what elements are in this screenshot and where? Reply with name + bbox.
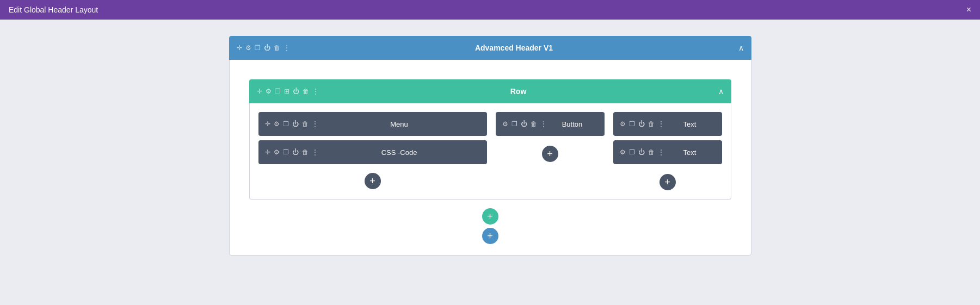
menu-settings-icon[interactable]: ⚙ [274,120,280,128]
text2-power-icon[interactable]: ⏻ [638,148,645,156]
module-menu-toolbar: ✛ ⚙ ❐ ⏻ 🗑 ⋮ [265,120,318,128]
module-text1-title: Text [664,120,716,128]
row-add-button[interactable]: + [482,208,498,225]
css-more-icon[interactable]: ⋮ [312,148,318,156]
section-title: Advamced Header V1 [290,43,738,52]
text1-trash-icon[interactable]: 🗑 [648,120,655,128]
row-settings-icon[interactable]: ⚙ [266,88,272,95]
row-title: Row [319,87,718,96]
section-body: ✛ ⚙ ❐ ⊞ ⏻ 🗑 ⋮ Row ∧ ✛ [229,60,751,256]
section-toolbar: ✛ ⚙ ❐ ⏻ 🗑 ⋮ [237,44,290,52]
btn-power-icon[interactable]: ⏻ [521,120,527,128]
row-body: ✛ ⚙ ❐ ⏻ 🗑 ⋮ Menu ✛ ⚙ [249,103,731,200]
text1-settings-icon[interactable]: ⚙ [620,120,626,128]
text2-settings-icon[interactable]: ⚙ [620,148,626,156]
row-toolbar: ✛ ⚙ ❐ ⊞ ⏻ 🗑 ⋮ [257,88,319,95]
section-add-button[interactable]: + [482,228,498,244]
text1-more-icon[interactable]: ⋮ [658,120,664,128]
module-text2-toolbar: ⚙ ❐ ⏻ 🗑 ⋮ [620,148,664,156]
section-chevron-icon[interactable]: ∧ [738,43,744,52]
module-text2-title: Text [664,148,716,157]
section-header: ✛ ⚙ ❐ ⏻ 🗑 ⋮ Advamced Header V1 ∧ [229,36,751,60]
css-settings-icon[interactable]: ⚙ [274,148,280,156]
middle-col-add-button[interactable]: + [542,146,558,162]
menu-trash-icon[interactable]: 🗑 [302,120,309,128]
col-middle-inner: ⚙ ❐ ⏻ 🗑 ⋮ Button [496,112,605,136]
close-button[interactable]: × [966,5,971,14]
section-settings-icon[interactable]: ⚙ [245,44,251,52]
row-chevron-icon[interactable]: ∧ [718,87,724,96]
text1-duplicate-icon[interactable]: ❐ [629,120,635,128]
css-duplicate-icon[interactable]: ❐ [283,148,289,156]
col-right: ⚙ ❐ ⏻ 🗑 ⋮ Text ⚙ ❐ [613,112,722,190]
left-col-add-btn-row: + [258,173,487,189]
canvas: ✛ ⚙ ❐ ⏻ 🗑 ⋮ Advamced Header V1 ∧ ✛ ⚙ ❐ ⊞… [0,20,980,305]
section-more-icon[interactable]: ⋮ [283,44,290,52]
text2-duplicate-icon[interactable]: ❐ [629,148,635,156]
module-text2: ⚙ ❐ ⏻ 🗑 ⋮ Text [613,140,722,164]
text2-trash-icon[interactable]: 🗑 [648,148,655,156]
btn-settings-icon[interactable]: ⚙ [502,120,508,128]
col-right-inner: ⚙ ❐ ⏻ 🗑 ⋮ Text ⚙ ❐ [613,112,722,164]
right-col-add-button[interactable]: + [660,174,676,190]
section-wrapper: ✛ ⚙ ❐ ⏻ 🗑 ⋮ Advamced Header V1 ∧ ✛ ⚙ ❐ ⊞… [229,36,751,256]
btn-more-icon[interactable]: ⋮ [540,120,547,128]
module-text1-toolbar: ⚙ ❐ ⏻ 🗑 ⋮ [620,120,664,128]
css-power-icon[interactable]: ⏻ [292,148,299,156]
menu-move-icon[interactable]: ✛ [265,120,270,128]
btn-duplicate-icon[interactable]: ❐ [511,120,517,128]
text2-more-icon[interactable]: ⋮ [658,148,664,156]
title-bar: Edit Global Header Layout × [0,0,980,20]
menu-more-icon[interactable]: ⋮ [312,120,318,128]
css-trash-icon[interactable]: 🗑 [302,148,309,156]
module-text1: ⚙ ❐ ⏻ 🗑 ⋮ Text [613,112,722,136]
module-menu-title: Menu [318,120,480,128]
btn-trash-icon[interactable]: 🗑 [531,120,537,128]
left-col-add-button[interactable]: + [365,173,381,189]
text1-power-icon[interactable]: ⏻ [638,120,645,128]
row-move-icon[interactable]: ✛ [257,88,262,95]
section-move-icon[interactable]: ✛ [237,44,242,52]
module-menu: ✛ ⚙ ❐ ⏻ 🗑 ⋮ Menu [258,112,487,136]
section-bottom-btns: + + [241,208,740,244]
middle-col-add-btn-row: + [542,146,558,162]
section-trash-icon[interactable]: 🗑 [274,44,280,52]
section-duplicate-icon[interactable]: ❐ [255,44,261,52]
title-bar-title: Edit Global Header Layout [9,5,98,14]
module-css-title: CSS -Code [318,148,480,157]
module-button-title: Button [547,120,598,128]
col-middle: ⚙ ❐ ⏻ 🗑 ⋮ Button + [496,112,605,162]
row-more-icon[interactable]: ⋮ [312,88,319,95]
col-left: ✛ ⚙ ❐ ⏻ 🗑 ⋮ Menu ✛ ⚙ [258,112,487,189]
module-button-toolbar: ⚙ ❐ ⏻ 🗑 ⋮ [502,120,547,128]
module-button: ⚙ ❐ ⏻ 🗑 ⋮ Button [496,112,605,136]
section-power-icon[interactable]: ⏻ [264,44,270,52]
css-move-icon[interactable]: ✛ [265,148,270,156]
module-css-toolbar: ✛ ⚙ ❐ ⏻ 🗑 ⋮ [265,148,318,156]
menu-duplicate-icon[interactable]: ❐ [283,120,289,128]
row-trash-icon[interactable]: 🗑 [303,88,309,95]
right-col-add-btn-row: + [660,174,676,190]
module-css-code: ✛ ⚙ ❐ ⏻ 🗑 ⋮ CSS -Code [258,140,487,164]
row-duplicate-icon[interactable]: ❐ [275,88,281,95]
row-columns-icon[interactable]: ⊞ [284,88,289,95]
row-power-icon[interactable]: ⏻ [293,88,299,95]
row-header: ✛ ⚙ ❐ ⊞ ⏻ 🗑 ⋮ Row ∧ [249,79,731,103]
menu-power-icon[interactable]: ⏻ [292,120,299,128]
